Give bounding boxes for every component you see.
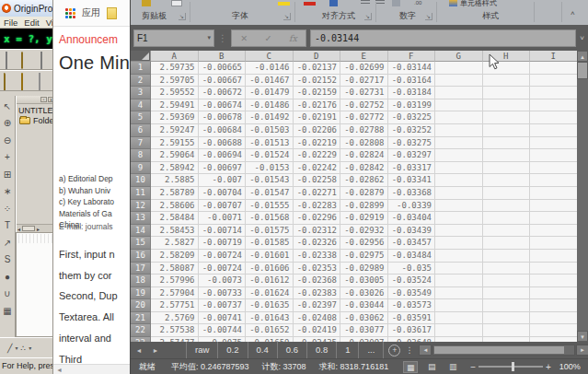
cell-A2[interactable]: 2.59705 xyxy=(151,75,199,88)
curve-tool-icon[interactable]: S xyxy=(1,251,15,269)
save-project-icon[interactable] xyxy=(39,53,52,66)
data-selector-tool-icon[interactable]: ∗ xyxy=(1,183,15,201)
cell-E11[interactable]: -0.02879 xyxy=(340,187,388,200)
cell-G19[interactable] xyxy=(435,287,483,300)
circle-tool-icon[interactable]: ● xyxy=(1,268,15,286)
cell-D15[interactable]: -0.02326 xyxy=(294,237,341,250)
cell-F12[interactable]: -0.0339 xyxy=(388,200,436,213)
originpro-titlebar[interactable]: OriginPro 8. xyxy=(0,0,55,17)
cell-C12[interactable]: -0.01555 xyxy=(246,200,294,213)
cell-H3[interactable] xyxy=(483,87,531,99)
cell-B22[interactable]: -0.00744 xyxy=(199,324,247,337)
cell-D6[interactable]: -0.02206 xyxy=(294,124,341,137)
row-header-16[interactable]: 16 xyxy=(131,250,151,263)
row-header-17[interactable]: 17 xyxy=(131,263,151,275)
cell-C13[interactable]: -0.01568 xyxy=(246,212,294,225)
cell-H9[interactable] xyxy=(483,162,531,175)
explorer-scroll-right-icon[interactable]: ▸ xyxy=(37,226,40,232)
cell-D17[interactable]: -0.02353 xyxy=(294,263,341,275)
cell-C11[interactable]: -0.01547 xyxy=(246,187,294,200)
cell-G1[interactable] xyxy=(435,62,483,75)
cell-A1[interactable]: 2.59735 xyxy=(151,62,199,75)
tab-scroll-left-icon[interactable]: ◄ xyxy=(131,347,147,354)
phonetic-guide-icon[interactable] xyxy=(329,0,338,6)
cell-E10[interactable]: -0.02862 xyxy=(340,174,388,187)
cell-H16[interactable] xyxy=(483,250,531,263)
cell-G6[interactable] xyxy=(435,124,483,137)
cell-E20[interactable]: -0.03044 xyxy=(340,299,388,312)
font-color-icon[interactable] xyxy=(304,2,316,6)
row-header-14[interactable]: 14 xyxy=(131,225,151,238)
cell-H11[interactable] xyxy=(483,187,531,200)
cell-C19[interactable]: -0.01624 xyxy=(246,287,294,300)
cell-D3[interactable]: -0.02159 xyxy=(294,87,341,99)
cell-H18[interactable] xyxy=(483,275,531,287)
browser-horizontal-scrollbar[interactable]: ◄ xyxy=(53,364,130,374)
clipboard-dialog-launcher-icon[interactable]: ↘ xyxy=(179,13,186,20)
cell-F19[interactable]: -0.03549 xyxy=(388,287,436,300)
cell-A20[interactable]: 2.57751 xyxy=(151,299,199,312)
scatter-plot-icon[interactable]: ∴ xyxy=(20,344,26,353)
cell-C8[interactable]: -0.01524 xyxy=(246,149,294,162)
cell-B4[interactable]: -0.00674 xyxy=(199,99,247,112)
cell-E21[interactable]: -0.03062 xyxy=(340,312,388,325)
row-header-19[interactable]: 19 xyxy=(131,287,151,300)
cell-F3[interactable]: -0.03184 xyxy=(388,87,436,99)
sheet-tab-0.2[interactable]: 0.2 xyxy=(218,342,248,358)
cell-C3[interactable]: -0.01479 xyxy=(246,87,294,99)
cell-G7[interactable] xyxy=(435,137,483,150)
align-center-icon[interactable] xyxy=(375,0,385,6)
cell-E15[interactable]: -0.02956 xyxy=(340,237,388,250)
cell-C6[interactable]: -0.01503 xyxy=(246,124,294,137)
cell-D19[interactable]: -0.02383 xyxy=(294,287,341,300)
cell-G8[interactable] xyxy=(435,149,483,162)
cell-C5[interactable]: -0.01492 xyxy=(246,111,294,124)
apps-grid-icon[interactable] xyxy=(65,8,75,18)
cell-C14[interactable]: -0.01575 xyxy=(246,225,294,238)
cell-A8[interactable]: 2.59064 xyxy=(151,149,199,162)
cell-E19[interactable]: -0.03026 xyxy=(340,287,388,300)
cell-A10[interactable]: 2.5885 xyxy=(151,174,199,187)
row-header-8[interactable]: 8 xyxy=(131,149,151,162)
explorer-scroll-left-icon[interactable]: ◂ xyxy=(17,226,20,232)
name-box-dropdown-icon[interactable]: ▾ xyxy=(207,34,211,41)
cell-C15[interactable]: -0.01585 xyxy=(246,237,294,250)
cell-I1[interactable] xyxy=(530,62,577,75)
cell-A15[interactable]: 2.5827 xyxy=(151,237,199,250)
row-header-12[interactable]: 12 xyxy=(131,200,151,213)
cell-B10[interactable]: -0.007 xyxy=(199,174,247,187)
font-dialog-launcher-icon[interactable]: ↘ xyxy=(283,13,291,20)
column-header-I[interactable]: I xyxy=(530,51,577,62)
cell-E16[interactable]: -0.02975 xyxy=(340,250,388,263)
cell-G4[interactable] xyxy=(435,99,483,112)
cell-G2[interactable] xyxy=(435,75,483,88)
scroll-left-icon[interactable]: ◄ xyxy=(56,367,63,373)
column-header-D[interactable]: D xyxy=(294,51,341,62)
cell-F22[interactable]: -0.03617 xyxy=(388,324,436,337)
cell-A12[interactable]: 2.58606 xyxy=(151,200,199,213)
cell-F13[interactable]: -0.03404 xyxy=(388,212,436,225)
cell-E22[interactable]: -0.03077 xyxy=(340,324,388,337)
cell-H17[interactable] xyxy=(483,263,531,275)
column-header-E[interactable]: E xyxy=(340,51,388,62)
cell-F18[interactable]: -0.03524 xyxy=(388,275,436,287)
zoom-slider-knob[interactable] xyxy=(512,362,514,371)
alignment-dialog-launcher-icon[interactable]: ↘ xyxy=(364,13,372,20)
cell-D14[interactable]: -0.02312 xyxy=(294,225,341,238)
cell-G9[interactable] xyxy=(435,162,483,175)
pan-tool-icon[interactable]: ∪ xyxy=(1,286,15,303)
tab-menu-icon[interactable]: ⋮ xyxy=(405,345,413,355)
column-header-A[interactable]: A xyxy=(151,51,199,62)
cell-I11[interactable] xyxy=(530,187,577,200)
cell-A11[interactable]: 2.58789 xyxy=(151,187,199,200)
cell-A9[interactable]: 2.58942 xyxy=(151,162,199,175)
cell-B5[interactable]: -0.00678 xyxy=(199,111,247,124)
cell-D1[interactable]: -0.02137 xyxy=(294,62,341,75)
import-wizard-icon[interactable] xyxy=(21,74,35,88)
cell-I17[interactable] xyxy=(530,263,577,275)
row-header-3[interactable]: 3 xyxy=(131,87,151,99)
cell-B21[interactable]: -0.00741 xyxy=(199,312,247,325)
cell-G22[interactable] xyxy=(435,324,483,337)
column-header-F[interactable]: F xyxy=(388,51,436,62)
row-header-7[interactable]: 7 xyxy=(131,137,151,150)
